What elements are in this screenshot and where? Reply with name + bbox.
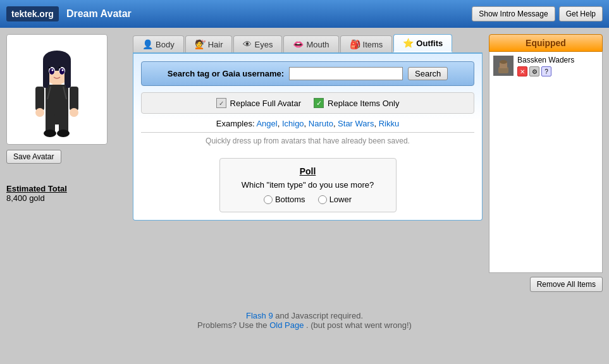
site-name: tektek.org [6,6,59,21]
old-page-link[interactable]: Old Page [269,320,304,330]
replace-full-avatar-option: ✓ Replace Full Avatar [216,98,302,108]
replace-items-only-option: ✓ Replace Items Only [314,98,399,108]
footer-and-text: and Javascript required. [275,311,363,320]
svg-point-30 [500,60,507,64]
poll-radio-bottoms[interactable] [264,195,273,204]
item-remove-button[interactable]: ✕ [517,66,527,76]
equipped-item: Bassken Waders ✕ ⚙ ? [493,56,598,76]
header: tektek.org Dream Avatar Show Intro Messa… [0,0,609,28]
save-avatar-button[interactable]: Save Avatar [6,150,61,164]
svg-point-8 [70,108,78,117]
estimated-total: Estimated Total 8,400 gold [6,184,67,203]
svg-point-18 [49,68,54,75]
footer: Flash 9 and Javascript required. Problem… [0,298,609,336]
eyes-tab-icon: 👁 [243,39,252,49]
tab-outfits[interactable]: ⭐ Outfits [393,34,452,52]
poll-option-lower-label: Lower [329,195,352,204]
mouth-tab-icon: 👄 [293,39,304,49]
equipped-header: Equipped [489,34,603,52]
item-settings-button[interactable]: ⚙ [529,66,539,76]
svg-point-4 [57,130,70,137]
main-content: Save Avatar Estimated Total 8,400 gold 👤… [0,28,609,298]
poll-option-lower[interactable]: Lower [318,195,352,204]
item-actions: ✕ ⚙ ? [517,66,574,76]
svg-rect-5 [35,87,44,111]
svg-point-20 [52,69,54,71]
tab-outfits-label: Outfits [416,39,443,48]
item-info: Bassken Waders ✕ ⚙ ? [517,56,574,76]
poll-title: Poll [233,166,383,176]
examples-row: Examples: Angel, Ichigo, Naruto, Star Wa… [141,119,474,128]
poll-radio-lower[interactable] [318,195,327,204]
svg-point-19 [59,68,65,75]
tab-eyes[interactable]: 👁 Eyes [233,35,282,52]
show-intro-button[interactable]: Show Intro Message [472,6,555,21]
search-button[interactable]: Search [408,67,448,80]
outfits-panel: Search tag or Gaia username: Search ✓ Re… [133,54,483,221]
avatar-preview [6,34,108,145]
item-info-button[interactable]: ? [541,66,551,76]
remove-all-button[interactable]: Remove All Items [530,277,603,292]
quickly-text: Quickly dress up from avatars that have … [141,136,474,145]
tab-hair-label: Hair [208,40,223,49]
options-row: ✓ Replace Full Avatar ✓ Replace Items On… [141,92,474,114]
svg-point-3 [44,130,56,137]
poll-option-bottoms[interactable]: Bottoms [264,195,305,204]
search-input[interactable] [289,67,403,80]
footer-post-text: . (but post what went wrong!) [306,320,412,330]
tab-body-label: Body [156,40,175,49]
center-panel: 👤 Body 💇 Hair 👁 Eyes 👄 Mouth 🎒 Items ⭐ [133,34,483,292]
left-panel: Save Avatar Estimated Total 8,400 gold [6,34,126,292]
replace-full-avatar-checkbox[interactable]: ✓ [216,98,226,108]
svg-rect-6 [70,87,78,111]
item-name: Bassken Waders [517,56,574,64]
search-row: Search tag or Gaia username: Search [141,61,474,86]
poll-question: Which "item type" do you use more? [233,180,383,190]
examples-label: Examples: [216,119,255,128]
svg-point-7 [35,108,44,117]
replace-full-avatar-label: Replace Full Avatar [230,99,302,108]
tab-items[interactable]: 🎒 Items [340,35,393,52]
poll-option-bottoms-label: Bottoms [275,195,305,204]
tab-bar: 👤 Body 💇 Hair 👁 Eyes 👄 Mouth 🎒 Items ⭐ [133,34,483,54]
tab-items-label: Items [363,40,383,49]
item-image [493,56,514,76]
right-panel: Equipped Bassken Waders ✕ ⚙ [489,34,603,292]
get-help-button[interactable]: Get Help [559,6,603,21]
replace-items-only-label: Replace Items Only [328,99,399,108]
app-title: Dream Avatar [66,8,468,20]
example-star-wars[interactable]: Star Wars [338,119,374,128]
estimated-total-value: 8,400 gold [6,193,45,203]
outfits-tab-icon: ⭐ [403,38,414,48]
poll-box: Poll Which "item type" do you use more? … [219,158,397,212]
example-rikku[interactable]: Rikku [379,119,400,128]
replace-items-only-checkbox[interactable]: ✓ [314,98,324,108]
tab-mouth-label: Mouth [306,40,329,49]
footer-line1: Flash 9 and Javascript required. [6,311,603,320]
tab-eyes-label: Eyes [254,40,273,49]
avatar-svg [25,39,89,140]
poll-options: Bottoms Lower [233,195,383,204]
tab-hair[interactable]: 💇 Hair [185,35,233,52]
tab-body[interactable]: 👤 Body [133,35,184,52]
example-ichigo[interactable]: Ichigo [282,119,304,128]
svg-point-21 [62,69,64,71]
body-tab-icon: 👤 [142,39,153,49]
tab-mouth[interactable]: 👄 Mouth [283,35,338,52]
equipped-content: Bassken Waders ✕ ⚙ ? [489,52,603,273]
footer-problems-text: Problems? Use the [197,320,269,330]
example-angel[interactable]: Angel [256,119,277,128]
hair-tab-icon: 💇 [195,39,206,49]
estimated-total-label: Estimated Total [6,184,67,193]
footer-line2: Problems? Use the Old Page . (but post w… [6,320,603,330]
divider [141,132,474,133]
flash-link[interactable]: Flash 9 [246,311,273,320]
example-naruto[interactable]: Naruto [309,119,333,128]
items-tab-icon: 🎒 [350,39,360,49]
search-label: Search tag or Gaia username: [168,69,284,78]
item-icon [493,56,514,76]
